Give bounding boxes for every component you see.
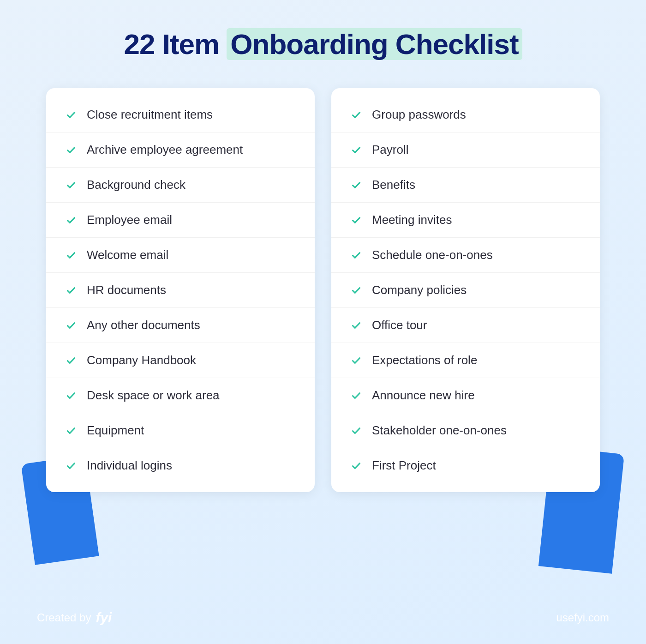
list-item: Archive employee agreement	[46, 132, 315, 168]
check-icon	[65, 179, 78, 192]
check-icon	[350, 424, 363, 437]
list-item: Background check	[46, 168, 315, 203]
check-icon	[65, 354, 78, 367]
item-label: Close recruitment items	[87, 108, 213, 122]
page-title: 22 Item Onboarding Checklist	[124, 28, 522, 60]
footer-website: usefyi.com	[556, 611, 609, 624]
check-icon	[65, 214, 78, 227]
list-item: Stakeholder one-on-ones	[331, 413, 600, 448]
check-icon	[350, 354, 363, 367]
check-icon	[65, 424, 78, 437]
check-icon	[65, 144, 78, 156]
check-icon	[65, 284, 78, 297]
footer-left: Created by fyi	[37, 610, 112, 626]
check-icon	[350, 389, 363, 402]
list-item: Office tour	[331, 308, 600, 343]
list-item: Desk space or work area	[46, 378, 315, 413]
check-icon	[65, 249, 78, 262]
check-icon	[350, 144, 363, 156]
list-item: Payroll	[331, 132, 600, 168]
created-by-label: Created by	[37, 611, 91, 624]
list-item: Meeting invites	[331, 203, 600, 238]
footer-logo: fyi	[96, 610, 112, 626]
check-icon	[350, 214, 363, 227]
item-label: Background check	[87, 178, 185, 192]
item-label: Payroll	[372, 143, 408, 157]
list-item: Close recruitment items	[46, 97, 315, 132]
item-label: Benefits	[372, 178, 415, 192]
footer: Created by fyi usefyi.com	[0, 610, 646, 626]
list-item: Welcome email	[46, 238, 315, 273]
check-icon	[350, 179, 363, 192]
item-label: Office tour	[372, 318, 427, 332]
item-label: Expectations of role	[372, 353, 477, 367]
item-label: Individual logins	[87, 458, 172, 473]
item-label: Group passwords	[372, 108, 466, 122]
item-label: Welcome email	[87, 248, 168, 262]
list-item: Group passwords	[331, 97, 600, 132]
list-item: Equipment	[46, 413, 315, 448]
item-label: Any other documents	[87, 318, 200, 332]
item-label: First Project	[372, 458, 436, 473]
list-item: Expectations of role	[331, 343, 600, 378]
item-label: Company policies	[372, 283, 467, 297]
list-item: Company Handbook	[46, 343, 315, 378]
item-label: Stakeholder one-on-ones	[372, 423, 507, 438]
item-label: Desk space or work area	[87, 388, 220, 403]
checklist-container: Close recruitment items Archive employee…	[46, 88, 600, 492]
title-prefix: 22 Item	[124, 28, 227, 60]
item-label: Employee email	[87, 213, 172, 227]
check-icon	[65, 319, 78, 332]
list-item: Any other documents	[46, 308, 315, 343]
item-label: HR documents	[87, 283, 166, 297]
list-item: Individual logins	[46, 448, 315, 483]
left-checklist-card: Close recruitment items Archive employee…	[46, 88, 315, 492]
check-icon	[350, 108, 363, 121]
list-item: First Project	[331, 448, 600, 483]
check-icon	[350, 459, 363, 472]
check-icon	[65, 108, 78, 121]
list-item: Schedule one-on-ones	[331, 238, 600, 273]
item-label: Equipment	[87, 423, 144, 438]
item-label: Meeting invites	[372, 213, 452, 227]
page-wrapper: 22 Item Onboarding Checklist Close recru…	[0, 0, 646, 644]
list-item: Employee email	[46, 203, 315, 238]
list-item: Benefits	[331, 168, 600, 203]
item-label: Announce new hire	[372, 388, 475, 403]
list-item: Company policies	[331, 273, 600, 308]
check-icon	[350, 319, 363, 332]
check-icon	[350, 249, 363, 262]
item-label: Archive employee agreement	[87, 143, 243, 157]
list-item: HR documents	[46, 273, 315, 308]
item-label: Company Handbook	[87, 353, 196, 367]
right-checklist-card: Group passwords Payroll Benefits Meeting…	[331, 88, 600, 492]
title-section: 22 Item Onboarding Checklist	[124, 28, 522, 60]
check-icon	[350, 284, 363, 297]
check-icon	[65, 389, 78, 402]
item-label: Schedule one-on-ones	[372, 248, 493, 262]
title-highlighted: Onboarding Checklist	[227, 28, 522, 60]
check-icon	[65, 459, 78, 472]
list-item: Announce new hire	[331, 378, 600, 413]
